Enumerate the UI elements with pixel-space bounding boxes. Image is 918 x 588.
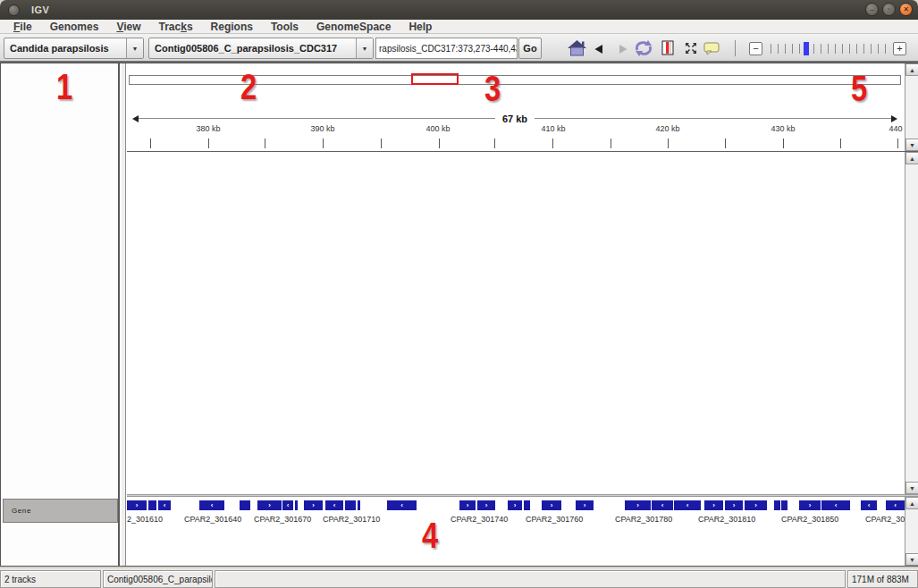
- chromosome-select[interactable]: Contig005806_C_parapsilosis_CDC317: [148, 38, 374, 59]
- zoom-in-button[interactable]: +: [893, 42, 906, 55]
- ruler-tick: [150, 139, 151, 148]
- zoom-level-tick[interactable]: [863, 44, 864, 54]
- gene-feature[interactable]: ‹: [387, 500, 417, 510]
- scroll-up-icon[interactable]: ▲: [905, 63, 918, 76]
- strand-arrow-icon: ‹: [211, 501, 214, 510]
- gene-feature[interactable]: ›: [704, 500, 723, 510]
- zoom-level-tick[interactable]: [871, 44, 872, 54]
- menu-view[interactable]: View: [107, 21, 149, 33]
- maximize-button[interactable]: ▫: [882, 3, 896, 16]
- gene-feature[interactable]: ›: [508, 500, 522, 510]
- minimize-button[interactable]: –: [865, 3, 879, 16]
- zoom-level-tick[interactable]: [849, 44, 850, 54]
- zoom-level-tick[interactable]: [856, 44, 857, 54]
- gene-feature[interactable]: ‹: [282, 500, 293, 510]
- chevron-down-icon[interactable]: [126, 38, 143, 58]
- back-icon[interactable]: [594, 44, 604, 55]
- zoom-level-tick[interactable]: [821, 44, 821, 54]
- zoom-level-tick[interactable]: [878, 44, 879, 54]
- gene-feature[interactable]: ›: [745, 500, 767, 510]
- app-icon[interactable]: [8, 4, 20, 16]
- menu-tools[interactable]: Tools: [262, 21, 307, 33]
- gene-feature[interactable]: [774, 500, 780, 510]
- zoom-level-tick[interactable]: [778, 44, 779, 54]
- gene-feature[interactable]: [148, 500, 156, 510]
- menu-file[interactable]: File: [4, 21, 41, 33]
- scroll-down-icon[interactable]: ▼: [905, 553, 918, 566]
- strand-arrow-icon: ›: [514, 501, 517, 510]
- gene-feature[interactable]: ›: [799, 500, 821, 510]
- ruler-tick: [840, 139, 841, 148]
- forward-icon[interactable]: [618, 44, 628, 55]
- scroll-down-icon[interactable]: ▼: [905, 482, 918, 494]
- gene-label: CPAR2_301810: [698, 515, 755, 524]
- menu-regions[interactable]: Regions: [202, 21, 262, 33]
- zoom-level-current[interactable]: [804, 42, 809, 55]
- zoom-level-tick[interactable]: [835, 44, 836, 54]
- chromosome-ideogram[interactable]: [129, 75, 901, 85]
- zoom-level-tick[interactable]: [813, 44, 814, 54]
- genome-select[interactable]: Candida parapsilosis: [4, 38, 144, 59]
- gene-feature[interactable]: ‹: [325, 500, 343, 510]
- gene-feature[interactable]: ›: [542, 500, 561, 510]
- zoom-level-tick[interactable]: [799, 44, 800, 54]
- strand-arrow-icon: ›: [754, 501, 757, 510]
- gene-feature[interactable]: [345, 500, 356, 510]
- panel-splitter[interactable]: [122, 63, 126, 566]
- header-scrollbar[interactable]: ▲ ▼: [905, 63, 918, 151]
- fit-to-window-icon[interactable]: [685, 42, 697, 55]
- gene-feature[interactable]: ›: [257, 500, 282, 510]
- scroll-up-icon[interactable]: ▲: [905, 497, 918, 509]
- tooltip-behavior-icon[interactable]: [703, 42, 720, 55]
- gene-track-name[interactable]: Gene: [3, 499, 118, 523]
- zoom-level-tick[interactable]: [771, 44, 771, 54]
- locus-input[interactable]: rapsilosis_CDC317:373,273-440,432: [375, 38, 518, 59]
- zoom-level-tick[interactable]: [785, 44, 786, 54]
- gene-feature[interactable]: ›: [477, 500, 495, 510]
- close-button[interactable]: ✕: [899, 3, 913, 16]
- zoom-level-tick[interactable]: [885, 44, 886, 54]
- scroll-up-icon[interactable]: ▲: [905, 152, 918, 164]
- strand-arrow-icon: ‹: [868, 501, 871, 510]
- gene-feature[interactable]: [295, 500, 298, 510]
- chevron-down-icon[interactable]: [356, 38, 373, 58]
- gene-feature[interactable]: [240, 500, 250, 510]
- zoom-ticks[interactable]: [767, 39, 889, 57]
- refresh-icon[interactable]: [634, 39, 653, 57]
- main-scrollbar[interactable]: ▲ ▼: [905, 152, 918, 494]
- go-button[interactable]: Go: [518, 38, 542, 59]
- gene-feature[interactable]: ›: [725, 500, 743, 510]
- zoom-level-tick[interactable]: [828, 44, 829, 54]
- menu-genomespace[interactable]: GenomeSpace: [307, 21, 400, 33]
- menu-help[interactable]: Help: [400, 21, 441, 33]
- strand-arrow-icon: ‹: [164, 501, 166, 510]
- zoom-level-tick[interactable]: [792, 44, 793, 54]
- gene-feature[interactable]: ›: [304, 500, 323, 510]
- ruler-span-arrow[interactable]: 67 kb: [132, 114, 897, 122]
- gene-feature[interactable]: ‹: [652, 500, 673, 510]
- gene-scrollbar[interactable]: ▲ ▼: [905, 497, 918, 566]
- zoom-level-tick[interactable]: [842, 44, 843, 54]
- gene-feature[interactable]: ‹: [821, 500, 850, 510]
- gene-feature[interactable]: ›: [625, 500, 651, 510]
- gene-feature[interactable]: ‹: [158, 500, 171, 510]
- gene-feature[interactable]: ›: [576, 500, 594, 510]
- gene-feature[interactable]: ‹: [199, 500, 224, 510]
- home-icon[interactable]: [567, 40, 587, 57]
- main-data-panel[interactable]: [127, 152, 905, 494]
- gene-feature[interactable]: ‹: [674, 500, 701, 510]
- gene-feature[interactable]: ›: [127, 500, 147, 510]
- zoom-out-button[interactable]: −: [749, 42, 762, 55]
- define-region-icon[interactable]: [661, 40, 674, 55]
- scroll-down-icon[interactable]: ▼: [905, 139, 918, 151]
- strand-arrow-icon: ‹: [686, 501, 689, 510]
- gene-feature[interactable]: [781, 500, 787, 510]
- gene-feature[interactable]: [524, 500, 530, 510]
- gene-feature[interactable]: ‹: [861, 500, 877, 510]
- menu-genomes[interactable]: Genomes: [41, 21, 108, 33]
- menu-tracks[interactable]: Tracks: [150, 21, 202, 33]
- zoom-slider: − +: [749, 39, 906, 57]
- gene-feature[interactable]: [358, 500, 360, 510]
- gene-feature[interactable]: ‹: [886, 500, 905, 510]
- gene-feature[interactable]: ›: [459, 500, 476, 510]
